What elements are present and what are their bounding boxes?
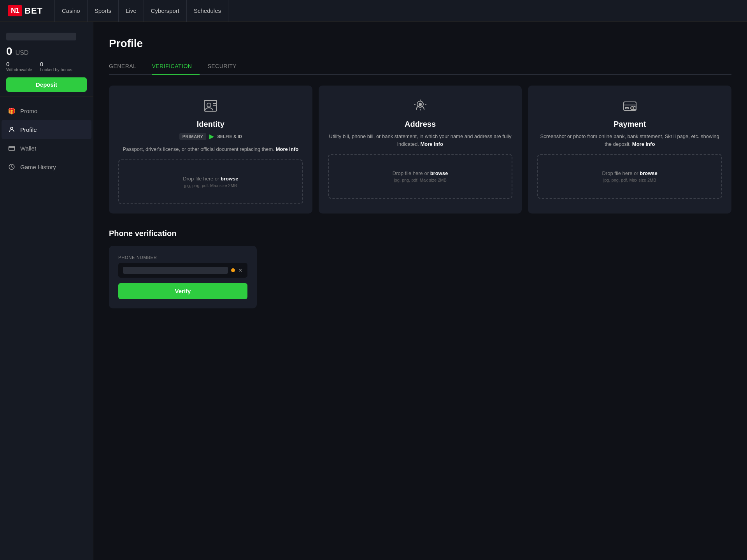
deposit-button[interactable]: Deposit (6, 77, 87, 92)
payment-desc: Screenshot or photo from online bank, ba… (537, 133, 722, 148)
svg-point-0 (11, 127, 13, 130)
history-icon (8, 163, 16, 171)
nav-live[interactable]: Live (119, 0, 144, 22)
profile-tabs: GENERAL VERIFICATION SECURITY (109, 59, 731, 75)
identity-card: Identity PRIMARY ▶ SELFIE & ID Passport,… (109, 86, 312, 214)
svg-point-4 (207, 103, 211, 107)
svg-rect-1 (9, 147, 15, 151)
tab-verification[interactable]: VERIFICATION (152, 59, 200, 75)
payment-more-info[interactable]: More info (632, 141, 655, 147)
locked-value: 0 (40, 61, 72, 67)
main-nav: Casino Sports Live Cybersport Schedules (54, 0, 228, 22)
phone-clear-button[interactable]: ✕ (238, 267, 243, 273)
tab-general[interactable]: GENERAL (109, 59, 144, 75)
logo-text: BET (25, 6, 43, 16)
balance-currency: USD (16, 49, 29, 56)
address-more-info[interactable]: More info (420, 141, 443, 147)
main-content: Profile GENERAL VERIFICATION SECURITY (93, 22, 747, 560)
payment-icon-wrap (537, 96, 722, 115)
sidebar-label-wallet: Wallet (20, 145, 36, 152)
logo[interactable]: N1 BET (8, 5, 43, 16)
nav-cybersport[interactable]: Cybersport (144, 0, 187, 22)
payment-drop-hint: jpg, png, pdf. Max size 2MB (546, 178, 714, 182)
withdrawable: 0 Withdrawable (6, 61, 32, 72)
balance-amount: 0 (6, 45, 12, 58)
user-email-blur (6, 33, 76, 40)
balance-details: 0 Withdrawable 0 Locked by bonus (6, 61, 87, 72)
sidebar: 0 USD 0 Withdrawable 0 Locked by bonus D… (0, 22, 93, 560)
address-drop-hint: jpg, png, pdf. Max size 2MB (337, 178, 504, 182)
address-icon-wrap (328, 96, 513, 115)
phone-verification-section: Phone verification PHONE NUMBER ✕ Verify (109, 229, 731, 308)
sidebar-item-game-history[interactable]: Game History (2, 158, 91, 176)
verification-cards: Identity PRIMARY ▶ SELFIE & ID Passport,… (109, 86, 731, 214)
logo-icon: N1 (8, 5, 22, 16)
sidebar-item-profile[interactable]: Profile (2, 120, 91, 139)
primary-badge: PRIMARY (179, 133, 207, 140)
user-info: 0 USD 0 Withdrawable 0 Locked by bonus D… (0, 28, 93, 97)
address-title: Address (328, 120, 513, 129)
withdrawable-label: Withdrawable (6, 67, 32, 72)
tab-security[interactable]: SECURITY (207, 59, 244, 75)
sidebar-item-promo[interactable]: 🎁 Promo (2, 102, 91, 120)
verify-button[interactable]: Verify (118, 283, 247, 299)
locked-label: Locked by bonus (40, 67, 72, 72)
identity-icon-wrap (118, 96, 303, 115)
sidebar-label-profile: Profile (20, 126, 37, 133)
gift-icon: 🎁 (8, 107, 16, 115)
payment-title: Payment (537, 120, 722, 129)
identity-drop-hint: jpg, png, pdf. Max size 2MB (127, 183, 295, 188)
user-icon (8, 126, 16, 133)
sidebar-label-game-history: Game History (20, 164, 56, 170)
nav-schedules[interactable]: Schedules (187, 0, 228, 22)
header: N1 BET Casino Sports Live Cybersport Sch… (0, 0, 747, 22)
phone-section-title: Phone verification (109, 229, 731, 238)
withdrawable-value: 0 (6, 61, 32, 67)
address-card: Address Utility bill, phone bill, or ban… (319, 86, 522, 214)
svg-point-13 (631, 107, 634, 110)
arrow-icon: ▶ (209, 133, 214, 140)
sidebar-label-promo: Promo (20, 108, 37, 114)
address-drop-zone[interactable]: Drop file here or browse jpg, png, pdf. … (328, 154, 513, 199)
svg-point-8 (419, 103, 421, 105)
phone-status-indicator (231, 268, 235, 272)
identity-desc: Passport, driver's license, or other off… (118, 145, 303, 153)
balance-row: 0 USD (6, 45, 87, 58)
svg-rect-11 (625, 107, 628, 109)
locked-bonus: 0 Locked by bonus (40, 61, 72, 72)
identity-drop-zone[interactable]: Drop file here or browse jpg, png, pdf. … (118, 159, 303, 204)
identity-more-info[interactable]: More info (276, 146, 299, 152)
phone-card: PHONE NUMBER ✕ Verify (109, 246, 257, 308)
phone-label: PHONE NUMBER (118, 255, 247, 260)
identity-title: Identity (118, 120, 303, 129)
selfie-badge: SELFIE & ID (217, 134, 242, 139)
nav-casino[interactable]: Casino (54, 0, 88, 22)
sidebar-menu: 🎁 Promo Profile Wallet (0, 102, 93, 176)
phone-value-blur (123, 267, 228, 274)
wallet-icon (8, 144, 16, 152)
payment-drop-zone[interactable]: Drop file here or browse jpg, png, pdf. … (537, 154, 722, 199)
phone-input-row: ✕ (118, 263, 247, 278)
address-desc: Utility bill, phone bill, or bank statem… (328, 133, 513, 148)
page-title: Profile (109, 37, 731, 50)
identity-badge-row: PRIMARY ▶ SELFIE & ID (118, 133, 303, 140)
nav-sports[interactable]: Sports (88, 0, 119, 22)
sidebar-item-wallet[interactable]: Wallet (2, 139, 91, 158)
payment-card: Payment Screenshot or photo from online … (528, 86, 731, 214)
